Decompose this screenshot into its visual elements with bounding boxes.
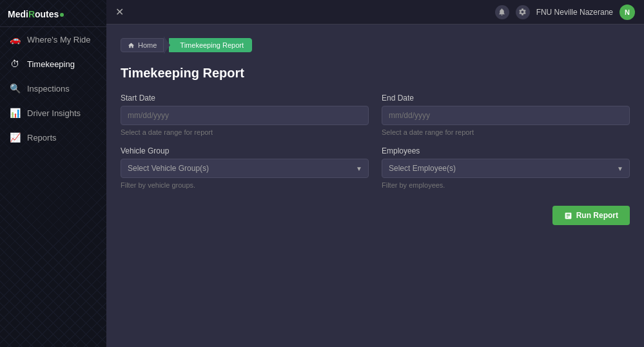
- settings-icon[interactable]: [516, 5, 530, 19]
- start-date-input[interactable]: [121, 106, 369, 125]
- sidebar-item-reports[interactable]: 📈 Reports: [0, 125, 106, 150]
- chart-icon: 📊: [9, 107, 21, 119]
- notification-icon[interactable]: [495, 5, 509, 19]
- logo-area: MediRoutes: [0, 0, 106, 27]
- main-area: ✕ FNU Neville Nazerane N Home Timekeepin…: [106, 0, 644, 347]
- sidebar-item-label: Driver Insights: [27, 108, 81, 118]
- car-icon: 🚗: [9, 34, 21, 45]
- start-date-label: Start Date: [121, 94, 369, 103]
- employees-label: Employees: [382, 146, 630, 155]
- inspect-icon: 🔍: [9, 83, 21, 94]
- sidebar-item-label: Where's My Ride: [27, 35, 91, 45]
- sidebar-item-label: Reports: [27, 133, 57, 143]
- end-date-input[interactable]: [382, 106, 630, 125]
- reports-icon: 📈: [9, 132, 21, 143]
- app-logo: MediRoutes: [8, 9, 64, 19]
- sidebar-item-label: Inspections: [27, 84, 70, 94]
- start-date-hint: Select a date range for report: [121, 128, 369, 136]
- employees-wrapper: Select Employee(s) ▼: [382, 159, 630, 178]
- close-button[interactable]: ✕: [115, 6, 124, 18]
- employees-hint: Filter by employees.: [382, 181, 630, 189]
- topbar: ✕ FNU Neville Nazerane N: [106, 0, 644, 25]
- run-report-button[interactable]: Run Report: [552, 206, 630, 225]
- breadcrumb-separator: [164, 36, 170, 54]
- vehicle-group-hint: Filter by vehicle groups.: [121, 181, 369, 189]
- date-row: Start Date Select a date range for repor…: [121, 94, 630, 136]
- vehicle-group-label: Vehicle Group: [121, 146, 369, 155]
- start-date-group: Start Date Select a date range for repor…: [121, 94, 369, 136]
- employees-select[interactable]: Select Employee(s): [382, 159, 630, 178]
- sidebar-item-wheres-my-ride[interactable]: 🚗 Where's My Ride: [0, 27, 106, 52]
- end-date-hint: Select a date range for report: [382, 128, 630, 136]
- content-area: Home Timekeeping Report Timekeeping Repo…: [106, 25, 644, 347]
- employees-group: Employees Select Employee(s) ▼ Filter by…: [382, 146, 630, 189]
- sidebar-item-label: Timekeeping: [27, 59, 75, 69]
- breadcrumb: Home Timekeeping Report: [121, 36, 630, 54]
- user-avatar[interactable]: N: [620, 5, 635, 20]
- topbar-left: ✕: [115, 6, 124, 18]
- actions-row: Run Report: [121, 199, 630, 225]
- vehicle-group-group: Vehicle Group Select Vehicle Group(s) ▼ …: [121, 146, 369, 189]
- topbar-right: FNU Neville Nazerane N: [495, 5, 635, 20]
- username-label: FNU Neville Nazerane: [536, 8, 613, 17]
- end-date-label: End Date: [382, 94, 630, 103]
- page-title: Timekeeping Report: [121, 66, 630, 81]
- vehicle-group-select[interactable]: Select Vehicle Group(s): [121, 159, 369, 178]
- sidebar-item-timekeeping[interactable]: ⏱ Timekeeping: [0, 52, 106, 76]
- sidebar-item-inspections[interactable]: 🔍 Inspections: [0, 76, 106, 101]
- vehicle-group-wrapper: Select Vehicle Group(s) ▼: [121, 159, 369, 178]
- breadcrumb-current: Timekeeping Report: [169, 38, 252, 52]
- sidebar: MediRoutes 🚗 Where's My Ride ⏱ Timekeepi…: [0, 0, 106, 347]
- end-date-group: End Date Select a date range for report: [382, 94, 630, 136]
- clock-icon: ⏱: [9, 58, 21, 70]
- sidebar-item-driver-insights[interactable]: 📊 Driver Insights: [0, 101, 106, 125]
- filter-row: Vehicle Group Select Vehicle Group(s) ▼ …: [121, 146, 630, 189]
- breadcrumb-home[interactable]: Home: [121, 38, 164, 52]
